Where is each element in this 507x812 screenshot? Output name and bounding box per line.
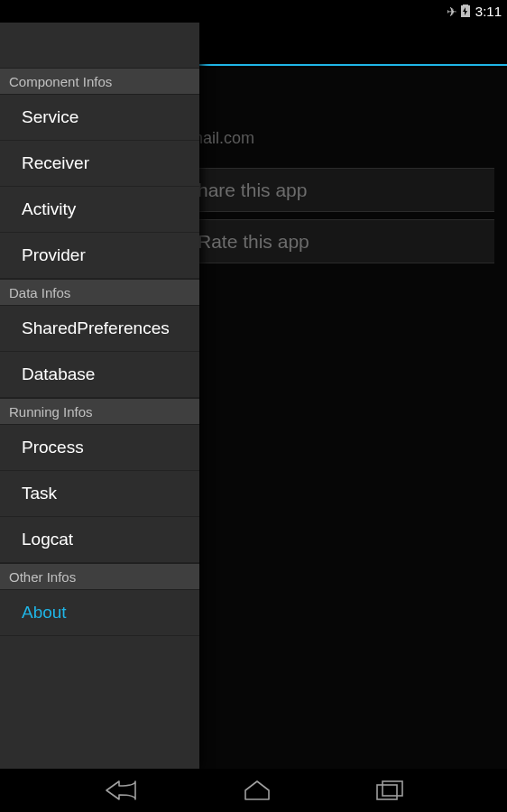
drawer-item-sharedpreferences[interactable]: SharedPreferences — [0, 306, 199, 352]
drawer-item-process[interactable]: Process — [0, 425, 199, 471]
svg-rect-3 — [383, 781, 402, 796]
drawer-item-provider[interactable]: Provider — [0, 233, 199, 279]
drawer-section-header: Running Infos — [0, 398, 199, 425]
recents-button[interactable] — [376, 780, 403, 800]
drawer-item-task[interactable]: Task — [0, 471, 199, 517]
drawer-item-about[interactable]: About — [0, 590, 199, 636]
drawer-item-service[interactable]: Service — [0, 95, 199, 141]
drawer-section-header: Other Infos — [0, 563, 199, 590]
navigation-drawer: Component InfosServiceReceiverActivityPr… — [0, 23, 199, 769]
share-app-button[interactable]: hare this app — [189, 168, 494, 212]
svg-rect-2 — [377, 785, 397, 799]
status-time: 3:11 — [475, 4, 502, 19]
system-nav-bar — [0, 769, 507, 812]
home-button[interactable] — [243, 780, 272, 801]
drawer-item-activity[interactable]: Activity — [0, 187, 199, 233]
drawer-item-receiver[interactable]: Receiver — [0, 141, 199, 187]
status-bar: ✈ 3:11 — [0, 0, 507, 23]
drawer-section-header: Data Infos — [0, 279, 199, 306]
back-button[interactable] — [105, 780, 139, 801]
drawer-item-database[interactable]: Database — [0, 352, 199, 398]
drawer-item-logcat[interactable]: Logcat — [0, 517, 199, 563]
battery-charging-icon — [461, 4, 470, 20]
drawer-scroll[interactable]: Component InfosServiceReceiverActivityPr… — [0, 68, 199, 769]
drawer-section-header: Component Infos — [0, 68, 199, 95]
drawer-actionbar-spacer — [0, 23, 199, 68]
airplane-mode-icon: ✈ — [447, 5, 457, 18]
rate-app-button[interactable]: Rate this app — [189, 219, 494, 263]
